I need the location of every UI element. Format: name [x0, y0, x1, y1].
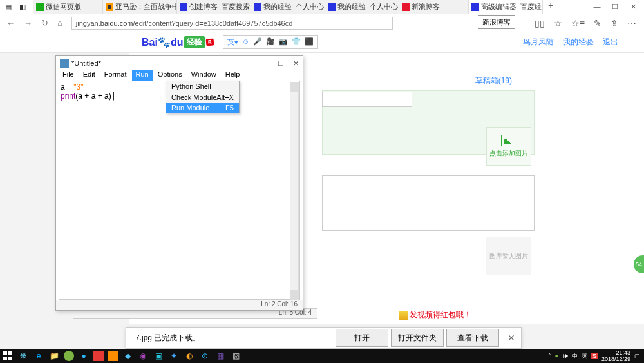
sys-icon[interactable]: ▤	[4, 3, 13, 12]
minimize-button[interactable]: —	[591, 3, 603, 11]
tab-label: 亚马逊：全面战争中文补	[115, 2, 177, 12]
task-app-icon[interactable]: ⊙	[197, 349, 213, 363]
menu-run[interactable]: Run	[132, 70, 153, 81]
tab-baidu3[interactable]: 我的经验_个人中心_百度	[325, 0, 399, 14]
idle-title-text: *Untitled*	[71, 59, 101, 67]
idle-max[interactable]: ☐	[278, 59, 284, 68]
forward-button[interactable]: →	[24, 18, 32, 28]
view-downloads-button[interactable]: 查看下载	[446, 329, 499, 347]
start-button[interactable]	[0, 349, 15, 363]
back-button[interactable]: ←	[6, 18, 15, 28]
home-button[interactable]: ⌂	[57, 18, 62, 28]
refresh-button[interactable]: ↻	[41, 18, 48, 28]
sina-icon	[402, 3, 410, 11]
menu-run-module[interactable]: Run ModuleF5	[166, 103, 239, 113]
tray-icon[interactable]: ●	[555, 353, 558, 359]
tool-icon[interactable]: 📷	[279, 37, 288, 47]
taskbar: ❋ e 📁 ● ◆ ◉ ▣ ✦ ◐ ⊙ ▦ ▧ ˄ ● 🕪 中 英 S 21:4…	[0, 349, 644, 363]
task-app-icon[interactable]	[93, 351, 104, 361]
url-path: /edit/content?queryId=e138c0daff469757c5…	[133, 19, 293, 27]
sys-icon[interactable]: ◧	[18, 3, 27, 12]
notifications-icon[interactable]: ▢	[634, 353, 640, 359]
download-close-button[interactable]: ✕	[502, 333, 521, 343]
draft-link[interactable]: 草稿箱(19)	[475, 75, 512, 86]
clock[interactable]: 21:43 2018/12/29	[601, 349, 630, 362]
task-app-icon[interactable]: ◆	[120, 349, 135, 363]
tool-icon[interactable]: ☺	[242, 37, 249, 47]
logo-text: Bai	[142, 37, 158, 48]
idle-code-area[interactable]: a = "3" print(a + a + a)|	[59, 81, 300, 300]
tray-icon[interactable]: ˄	[548, 353, 551, 359]
promo-text[interactable]: 发视频得红包哦！	[399, 309, 471, 320]
task-app-icon[interactable]: ✦	[166, 349, 182, 363]
open-button[interactable]: 打开	[336, 329, 388, 347]
my-experience-link[interactable]: 我的经验	[563, 37, 594, 48]
add-tab-button[interactable]: +	[543, 0, 558, 14]
pen-icon[interactable]: ✎	[594, 18, 601, 28]
input-box[interactable]	[322, 92, 412, 107]
task-app-icon[interactable]: ◉	[135, 349, 151, 363]
tab-amazon[interactable]: 亚马逊：全面战争中文补	[103, 0, 177, 14]
run-menu-dropdown: Python Shell Check ModuleAlt+X Run Modul…	[166, 81, 240, 113]
task-app-icon[interactable]	[108, 351, 118, 361]
tab-wechat[interactable]: 微信网页版	[33, 0, 103, 14]
tray-icon[interactable]: 🕪	[562, 353, 568, 359]
favorites-icon[interactable]: ☆≡	[571, 18, 585, 28]
menu-format[interactable]: Format	[100, 70, 131, 81]
close-button[interactable]: ✕	[627, 3, 639, 11]
share-icon[interactable]: ⇪	[611, 18, 618, 28]
logout-link[interactable]: 退出	[603, 37, 618, 48]
idle-titlebar[interactable]: *Untitled* — ☐ ✕	[56, 56, 303, 70]
folder-icon[interactable]: 📁	[46, 349, 62, 363]
redpacket-icon	[399, 311, 408, 320]
add-image-label: 点击添加图片	[489, 149, 528, 158]
edge-icon[interactable]: e	[31, 349, 46, 363]
idle-min[interactable]: —	[261, 59, 269, 68]
menu-help[interactable]: Help	[222, 70, 244, 81]
task-app-icon[interactable]: ❋	[15, 349, 31, 363]
baidu-icon	[471, 3, 479, 11]
idle-close[interactable]: ✕	[293, 59, 299, 68]
task-app-icon[interactable]: ▣	[151, 349, 166, 363]
task-app-icon[interactable]: ◐	[182, 349, 197, 363]
star-icon[interactable]: ☆	[554, 18, 562, 28]
address-bar[interactable]: jingyan.baidu.com/edit/content?queryId=e…	[71, 17, 393, 30]
tab-baidu1[interactable]: 创建博客_百度搜索	[177, 0, 251, 14]
maximize-button[interactable]: ☐	[609, 3, 621, 11]
tool-icon[interactable]: 🎥	[266, 37, 275, 47]
tab-label: 高级编辑器_百度经	[481, 2, 542, 12]
task-app-icon[interactable]: ●	[76, 349, 91, 363]
menu-edit[interactable]: Edit	[79, 70, 99, 81]
idle-scrollbar[interactable]	[290, 82, 299, 300]
menu-check-module[interactable]: Check ModuleAlt+X	[166, 92, 239, 103]
tool-icon[interactable]: 🎤	[253, 37, 262, 47]
menu-window[interactable]: Window	[187, 70, 220, 81]
add-image-button[interactable]: 点击添加图片	[486, 127, 531, 166]
tab-active[interactable]: 高级编辑器_百度经✕	[469, 0, 543, 14]
tool-icon[interactable]: 👕	[292, 37, 301, 47]
task-app-icon[interactable]: ▦	[213, 349, 228, 363]
menu-python-shell[interactable]: Python Shell	[166, 81, 239, 92]
tab-baidu2[interactable]: 我的经验_个人中心_百度	[251, 0, 325, 14]
open-folder-button[interactable]: 打开文件夹	[391, 329, 444, 347]
menu-shortcut: Alt+X	[216, 93, 234, 101]
download-bar: 7.jpg 已完成下载。 打开 打开文件夹 查看下载 ✕	[126, 327, 522, 349]
tab-sina[interactable]: 新浪博客	[399, 0, 469, 14]
baidu-logo[interactable]: Bai🐾du 经验 5	[142, 36, 214, 48]
tray-icon[interactable]: S	[591, 353, 598, 359]
menu-file[interactable]: File	[59, 70, 78, 81]
task-app-icon[interactable]: ▧	[228, 349, 243, 363]
menu-item-label: Check Module	[171, 93, 216, 101]
task-app-icon[interactable]	[64, 351, 74, 361]
tray-ime-icon[interactable]: 英	[582, 352, 587, 360]
no-image-placeholder: 图库暂无图片	[486, 237, 531, 275]
user-link[interactable]: 鸟月风随	[523, 37, 554, 48]
tray-icon[interactable]: 中	[572, 352, 578, 360]
menu-options[interactable]: Options	[154, 70, 186, 81]
editor-block-2[interactable]	[322, 175, 535, 231]
more-icon[interactable]: ⋯	[627, 18, 636, 28]
svg-rect-3	[8, 357, 12, 360]
tool-icon[interactable]: ⬛	[305, 37, 314, 47]
books-icon[interactable]: ▯▯	[535, 18, 545, 28]
tool-icon[interactable]: 英▾	[227, 37, 238, 47]
